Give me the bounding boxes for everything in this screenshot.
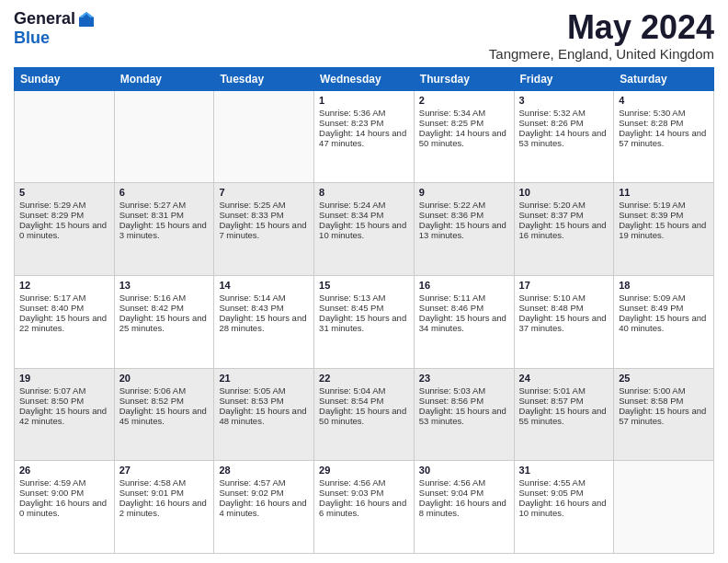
table-row: 15Sunrise: 5:13 AMSunset: 8:45 PMDayligh… [314, 275, 415, 368]
sunset-text: Sunset: 8:54 PM [319, 396, 383, 406]
title-section: May 2024 Tangmere, England, United Kingd… [489, 9, 714, 62]
sunrise-text: Sunrise: 5:04 AM [319, 385, 385, 396]
header: General Blue May 2024 Tangmere, England,… [14, 9, 714, 62]
sunset-text: Sunset: 8:58 PM [619, 396, 683, 406]
table-row: 9Sunrise: 5:22 AMSunset: 8:36 PMDaylight… [414, 183, 514, 276]
daylight-text: Daylight: 15 hours and 42 minutes. [19, 406, 107, 426]
sunrise-text: Sunrise: 4:57 AM [219, 477, 285, 488]
header-tuesday: Tuesday [214, 67, 314, 90]
day-number: 3 [519, 95, 609, 106]
header-friday: Friday [514, 67, 614, 90]
day-number: 6 [119, 187, 210, 198]
sunrise-text: Sunrise: 5:06 AM [119, 385, 186, 396]
header-wednesday: Wednesday [314, 67, 415, 90]
calendar-table: Sunday Monday Tuesday Wednesday Thursday… [14, 67, 714, 554]
day-number: 2 [419, 95, 509, 106]
logo-blue-text: Blue [14, 29, 50, 48]
sunrise-text: Sunrise: 5:10 AM [519, 293, 586, 303]
day-number: 18 [619, 280, 709, 291]
day-number: 17 [519, 280, 609, 291]
sunrise-text: Sunrise: 5:03 AM [419, 385, 485, 396]
daylight-text: Daylight: 16 hours and 6 minutes. [319, 498, 406, 518]
sunrise-text: Sunrise: 4:59 AM [19, 477, 85, 488]
calendar-week-row: 19Sunrise: 5:07 AMSunset: 8:50 PMDayligh… [15, 368, 714, 461]
sunrise-text: Sunrise: 5:13 AM [319, 293, 385, 303]
table-row: 10Sunrise: 5:20 AMSunset: 8:37 PMDayligh… [514, 183, 614, 276]
daylight-text: Daylight: 15 hours and 53 minutes. [419, 406, 506, 426]
day-number: 8 [319, 187, 409, 198]
sunset-text: Sunset: 8:31 PM [119, 210, 184, 220]
sunrise-text: Sunrise: 5:30 AM [619, 108, 685, 118]
table-row [15, 90, 115, 183]
daylight-text: Daylight: 14 hours and 53 minutes. [519, 128, 607, 148]
day-number: 19 [19, 373, 109, 384]
daylight-text: Daylight: 15 hours and 19 minutes. [619, 220, 706, 240]
sunset-text: Sunset: 9:01 PM [119, 488, 184, 498]
table-row: 4Sunrise: 5:30 AMSunset: 8:28 PMDaylight… [614, 90, 714, 183]
day-number: 7 [219, 187, 309, 198]
month-year-title: May 2024 [489, 9, 714, 46]
daylight-text: Daylight: 15 hours and 50 minutes. [319, 406, 406, 426]
day-number: 30 [419, 465, 509, 476]
header-monday: Monday [114, 67, 214, 90]
location-text: Tangmere, England, United Kingdom [489, 46, 714, 62]
sunset-text: Sunset: 8:46 PM [419, 303, 483, 313]
day-number: 4 [619, 95, 709, 106]
sunrise-text: Sunrise: 4:58 AM [119, 477, 186, 488]
sunset-text: Sunset: 9:00 PM [19, 488, 84, 498]
header-thursday: Thursday [414, 67, 514, 90]
sunrise-text: Sunrise: 5:17 AM [19, 293, 85, 303]
sunset-text: Sunset: 8:25 PM [419, 118, 483, 128]
table-row: 11Sunrise: 5:19 AMSunset: 8:39 PMDayligh… [614, 183, 714, 276]
daylight-text: Daylight: 15 hours and 13 minutes. [419, 220, 506, 240]
table-row: 5Sunrise: 5:29 AMSunset: 8:29 PMDaylight… [15, 183, 115, 276]
sunrise-text: Sunrise: 4:56 AM [319, 477, 385, 488]
day-number: 9 [419, 187, 509, 198]
sunrise-text: Sunrise: 5:25 AM [219, 200, 285, 210]
sunset-text: Sunset: 8:43 PM [219, 303, 283, 313]
day-number: 23 [419, 373, 509, 384]
sunset-text: Sunset: 8:34 PM [319, 210, 383, 220]
table-row: 22Sunrise: 5:04 AMSunset: 8:54 PMDayligh… [314, 368, 415, 461]
day-number: 20 [119, 373, 210, 384]
sunrise-text: Sunrise: 5:19 AM [619, 200, 685, 210]
table-row: 26Sunrise: 4:59 AMSunset: 9:00 PMDayligh… [15, 461, 115, 554]
calendar-week-row: 26Sunrise: 4:59 AMSunset: 9:00 PMDayligh… [15, 461, 714, 554]
table-row: 12Sunrise: 5:17 AMSunset: 8:40 PMDayligh… [15, 275, 115, 368]
table-row: 6Sunrise: 5:27 AMSunset: 8:31 PMDaylight… [114, 183, 214, 276]
table-row: 8Sunrise: 5:24 AMSunset: 8:34 PMDaylight… [314, 183, 415, 276]
day-number: 11 [619, 187, 709, 198]
daylight-text: Daylight: 16 hours and 2 minutes. [119, 498, 207, 518]
table-row: 2Sunrise: 5:34 AMSunset: 8:25 PMDaylight… [414, 90, 514, 183]
sunrise-text: Sunrise: 5:11 AM [419, 293, 485, 303]
daylight-text: Daylight: 15 hours and 45 minutes. [119, 406, 207, 426]
day-number: 27 [119, 465, 210, 476]
day-number: 29 [319, 465, 409, 476]
table-row: 18Sunrise: 5:09 AMSunset: 8:49 PMDayligh… [614, 275, 714, 368]
table-row: 23Sunrise: 5:03 AMSunset: 8:56 PMDayligh… [414, 368, 514, 461]
table-row [214, 90, 314, 183]
sunset-text: Sunset: 8:53 PM [219, 396, 283, 406]
sunrise-text: Sunrise: 5:36 AM [319, 108, 385, 118]
sunset-text: Sunset: 8:33 PM [219, 210, 283, 220]
logo-icon [77, 10, 96, 29]
day-number: 26 [19, 465, 109, 476]
day-number: 21 [219, 373, 309, 384]
table-row: 31Sunrise: 4:55 AMSunset: 9:05 PMDayligh… [514, 461, 614, 554]
sunset-text: Sunset: 8:45 PM [319, 303, 383, 313]
table-row: 24Sunrise: 5:01 AMSunset: 8:57 PMDayligh… [514, 368, 614, 461]
sunset-text: Sunset: 8:37 PM [519, 210, 584, 220]
daylight-text: Daylight: 14 hours and 57 minutes. [619, 128, 706, 148]
day-number: 5 [19, 187, 109, 198]
day-number: 1 [319, 95, 409, 106]
table-row: 7Sunrise: 5:25 AMSunset: 8:33 PMDaylight… [214, 183, 314, 276]
sunset-text: Sunset: 9:05 PM [519, 488, 584, 498]
sunset-text: Sunset: 8:50 PM [19, 396, 84, 406]
sunrise-text: Sunrise: 4:56 AM [419, 477, 485, 488]
sunset-text: Sunset: 8:56 PM [419, 396, 483, 406]
daylight-text: Daylight: 16 hours and 0 minutes. [19, 498, 107, 518]
daylight-text: Daylight: 14 hours and 50 minutes. [419, 128, 506, 148]
sunrise-text: Sunrise: 5:27 AM [119, 200, 186, 210]
day-number: 13 [119, 280, 210, 291]
sunset-text: Sunset: 8:26 PM [519, 118, 584, 128]
